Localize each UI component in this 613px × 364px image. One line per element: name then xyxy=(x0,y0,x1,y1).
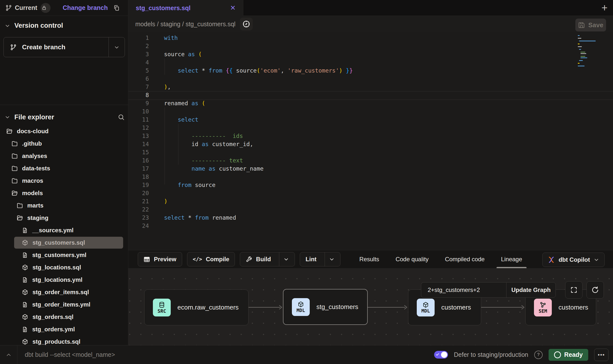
panel-tab-results[interactable]: Results xyxy=(359,250,379,268)
preview-button[interactable]: Preview xyxy=(138,252,182,266)
file-item-stg_locations.yml[interactable]: stg_locations.yml xyxy=(0,274,127,286)
code-editor[interactable]: 123456789101112131415161718192021222324 … xyxy=(128,32,613,250)
folder-icon xyxy=(11,153,18,159)
check-icon xyxy=(436,353,439,356)
save-label: Save xyxy=(588,21,603,29)
main-area: stg_customers.sql ✕ + models / staging /… xyxy=(128,0,613,345)
file-item-stg_orders.sql[interactable]: stg_orders.sql xyxy=(0,311,127,323)
line-number: 10 xyxy=(128,107,154,116)
lineage-node-ecom.raw_customers[interactable]: SRCecom.raw_customers xyxy=(144,289,249,325)
lineage-panel[interactable]: SRCecom.raw_customersMDLstg_customersMDL… xyxy=(128,268,613,345)
command-bar-expand-button[interactable] xyxy=(0,345,17,364)
document-icon xyxy=(22,326,28,333)
node-label: customers xyxy=(441,304,471,311)
line-number-gutter: 123456789101112131415161718192021222324 xyxy=(128,34,154,230)
line-number: 3 xyxy=(128,50,154,58)
line-number: 6 xyxy=(128,75,154,83)
compile-button[interactable]: </> Compile xyxy=(187,252,235,266)
fullscreen-button[interactable] xyxy=(565,281,583,299)
file-item-label: .github xyxy=(22,140,42,147)
build-dropdown[interactable] xyxy=(279,252,289,266)
create-branch-main[interactable]: Create branch xyxy=(4,37,109,57)
file-item-macros[interactable]: macros xyxy=(0,175,127,187)
help-icon[interactable]: ? xyxy=(534,351,543,359)
document-icon xyxy=(22,227,28,234)
search-icon[interactable] xyxy=(118,114,125,121)
create-branch-label: Create branch xyxy=(22,43,65,51)
file-item-staging[interactable]: staging xyxy=(0,212,127,224)
dbt-ide-window: Current Change branch Version control Cr… xyxy=(0,0,613,364)
ready-status-button[interactable]: Ready xyxy=(549,349,588,361)
ready-label: Ready xyxy=(564,351,583,358)
update-graph-button[interactable]: Update Graph xyxy=(506,282,556,298)
node-badge-mdl: MDL xyxy=(292,298,310,316)
file-item-marts[interactable]: marts xyxy=(0,199,127,212)
panel-tab-code-quality[interactable]: Code quality xyxy=(395,250,428,268)
code-brackets-icon: </> xyxy=(193,256,202,262)
file-item-.github[interactable]: .github xyxy=(0,137,127,150)
file-explorer-title: File explorer xyxy=(14,113,54,121)
file-item-data-tests[interactable]: data-tests xyxy=(0,162,127,175)
lint-button[interactable]: Lint xyxy=(300,252,340,266)
copy-icon[interactable] xyxy=(113,5,120,11)
code-line xyxy=(164,206,573,214)
expand-icon xyxy=(570,286,578,294)
line-number: 5 xyxy=(128,67,154,75)
git-branch-icon xyxy=(10,44,17,51)
file-item-stg_customers.yml[interactable]: stg_customers.yml xyxy=(0,249,127,261)
dbt-copilot-button[interactable]: dbt Copilot xyxy=(542,253,605,267)
file-item-stg_products.sql[interactable]: stg_products.sql xyxy=(0,336,127,345)
editor-minimap[interactable] xyxy=(578,35,607,71)
code-content: withsource as ( select * from {{ source(… xyxy=(164,34,573,230)
wrench-icon xyxy=(246,256,252,263)
file-item-stg_customers.sql[interactable]: stg_customers.sql xyxy=(0,236,127,249)
file-item-stg_locations.sql[interactable]: stg_locations.sql xyxy=(0,261,127,274)
line-number: 23 xyxy=(128,214,154,222)
code-line: renamed as ( xyxy=(164,99,573,107)
file-item-__sources.yml[interactable]: __sources.yml xyxy=(0,224,127,236)
version-control-header[interactable]: Version control xyxy=(4,22,63,29)
file-item-label: macros xyxy=(22,177,43,184)
lineage-node-stg_customers[interactable]: MDLstg_customers xyxy=(283,289,368,325)
close-tab-icon[interactable]: ✕ xyxy=(230,4,236,12)
command-input[interactable]: dbt build --select <model_name> xyxy=(25,345,115,364)
panel-tab-lineage[interactable]: Lineage xyxy=(501,250,522,268)
more-options-button[interactable]: ••• xyxy=(594,349,609,361)
file-item-docs-cloud[interactable]: docs-cloud xyxy=(0,125,127,137)
code-line xyxy=(164,107,573,116)
lint-dropdown[interactable] xyxy=(325,252,335,266)
chevron-down-icon xyxy=(114,44,120,50)
file-item-analyses[interactable]: analyses xyxy=(0,150,127,162)
change-branch-link[interactable]: Change branch xyxy=(63,4,108,11)
code-line xyxy=(164,91,573,99)
file-item-label: models xyxy=(22,190,43,197)
refresh-button[interactable] xyxy=(586,281,604,299)
file-item-label: stg_orders.sql xyxy=(32,313,73,320)
node-label: ecom.raw_customers xyxy=(177,304,239,311)
folder-icon xyxy=(11,140,18,147)
file-item-models[interactable]: models xyxy=(0,187,127,199)
editor-tab-stg-customers[interactable]: stg_customers.sql ✕ xyxy=(128,0,243,16)
file-item-label: stg_orders.yml xyxy=(32,326,75,333)
panel-tab-compiled-code[interactable]: Compiled code xyxy=(445,250,485,268)
defer-toggle[interactable] xyxy=(434,351,448,359)
create-branch-button[interactable]: Create branch xyxy=(3,37,125,57)
breadcrumb-bar: models / staging / stg_customers.sql Sav… xyxy=(128,16,613,32)
new-tab-button[interactable]: + xyxy=(601,2,608,14)
code-line xyxy=(164,148,573,156)
document-icon xyxy=(22,252,28,258)
lineage-edge xyxy=(249,304,283,310)
semantic-icon xyxy=(539,301,546,308)
save-button[interactable]: Save xyxy=(575,19,606,31)
file-item-stg_orders.yml[interactable]: stg_orders.yml xyxy=(0,323,127,336)
lineage-selector-input[interactable]: 2+stg_customers+2 xyxy=(421,282,506,298)
line-number: 13 xyxy=(128,132,154,140)
file-item-stg_order_items.sql[interactable]: stg_order_items.sql xyxy=(0,286,127,298)
folder-icon xyxy=(17,202,23,209)
file-explorer-header[interactable]: File explorer xyxy=(4,111,125,124)
build-label: Build xyxy=(256,256,271,263)
create-branch-dropdown[interactable] xyxy=(109,37,125,57)
file-item-stg_order_items.yml[interactable]: stg_order_items.yml xyxy=(0,298,127,311)
build-button[interactable]: Build xyxy=(240,252,295,266)
navigate-button[interactable] xyxy=(240,18,253,30)
